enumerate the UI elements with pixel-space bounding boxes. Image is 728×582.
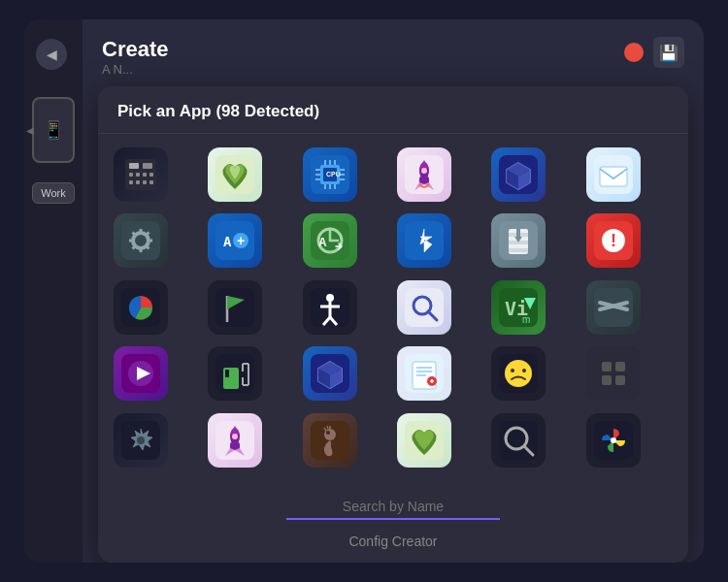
- app-icon-virtualbox[interactable]: [491, 147, 546, 202]
- svg-point-113: [511, 369, 514, 372]
- save-icon: 💾: [659, 44, 678, 62]
- app-icon-virtualbox2[interactable]: [303, 346, 357, 401]
- svg-point-121: [137, 436, 145, 444]
- app-icon-accessibility[interactable]: [303, 280, 357, 335]
- record-button[interactable]: [624, 43, 644, 62]
- app-icon-text-editor[interactable]: [397, 346, 451, 401]
- header-left: Create A N...: [102, 37, 168, 77]
- svg-point-131: [326, 431, 330, 435]
- config-creator-label: Config Creator: [348, 534, 437, 549]
- app-grid: CPU A + A: [98, 134, 688, 485]
- svg-point-34: [421, 168, 427, 174]
- svg-rect-2: [143, 163, 152, 169]
- svg-line-52: [147, 233, 149, 236]
- app-icon-rocket2[interactable]: [208, 413, 262, 468]
- app-icon-emoji[interactable]: [491, 346, 546, 401]
- back-button[interactable]: ◀: [36, 39, 67, 70]
- header: Create A N... 💾: [83, 19, 704, 86]
- app-icon-battery[interactable]: [208, 346, 262, 401]
- search-area: [98, 485, 688, 526]
- app-icon-glue[interactable]: [586, 280, 641, 335]
- app-icon-shutter[interactable]: [114, 413, 168, 468]
- svg-point-140: [611, 437, 616, 443]
- app-icon-vim[interactable]: Vi m: [491, 280, 546, 335]
- app-picker-dialog: Pick an App (98 Detected): [98, 86, 688, 563]
- svg-rect-117: [615, 362, 625, 372]
- app-icon-grid[interactable]: [586, 346, 641, 401]
- svg-line-46: [147, 246, 149, 249]
- svg-text:A: A: [318, 236, 327, 249]
- svg-rect-8: [136, 180, 140, 184]
- svg-rect-70: [215, 288, 254, 327]
- app-icon-error[interactable]: !: [586, 213, 641, 268]
- page-title: Create: [102, 37, 168, 62]
- svg-point-128: [232, 434, 238, 439]
- app-icon-keyring[interactable]: [303, 413, 357, 468]
- app-icon-search[interactable]: [397, 280, 451, 335]
- svg-text:A: A: [223, 234, 232, 249]
- dialog-footer: Config Creator: [98, 526, 688, 563]
- svg-line-48: [133, 246, 136, 249]
- svg-point-112: [505, 360, 532, 387]
- app-icon-bluetooth[interactable]: [397, 213, 451, 268]
- app-icon-piechart[interactable]: [114, 280, 168, 335]
- svg-rect-6: [149, 173, 153, 177]
- work-badge[interactable]: Work: [32, 182, 74, 204]
- save-button[interactable]: 💾: [653, 37, 684, 68]
- app-icon-cpu[interactable]: CPU: [303, 147, 357, 202]
- dialog-header: Pick an App (98 Detected): [98, 86, 688, 134]
- sidebar: ◀ 📱 Work: [24, 19, 83, 563]
- app-icon-software-props[interactable]: A +: [208, 213, 262, 268]
- svg-point-114: [522, 369, 526, 372]
- app-icon-update[interactable]: A: [303, 213, 357, 268]
- svg-rect-118: [602, 375, 612, 385]
- svg-point-44: [138, 238, 144, 243]
- svg-rect-92: [225, 370, 229, 377]
- svg-rect-7: [129, 180, 133, 184]
- app-icon-flag[interactable]: [208, 280, 262, 335]
- app-icon-settings[interactable]: [114, 213, 168, 268]
- app-icon-archive[interactable]: [491, 213, 546, 268]
- svg-text:!: !: [611, 231, 616, 250]
- svg-rect-115: [594, 354, 633, 393]
- app-icon-mail[interactable]: [586, 147, 641, 202]
- app-icon-tree2[interactable]: [397, 413, 451, 468]
- svg-rect-5: [143, 173, 147, 177]
- svg-rect-10: [149, 180, 153, 184]
- app-icon-flower[interactable]: [586, 413, 641, 468]
- app-icon-tree[interactable]: [208, 147, 262, 202]
- svg-text:CPU: CPU: [326, 171, 341, 178]
- app-icon-rocket[interactable]: [397, 147, 451, 202]
- svg-text:+: +: [237, 233, 245, 248]
- svg-rect-119: [615, 375, 625, 385]
- svg-rect-41: [600, 167, 627, 186]
- search-input[interactable]: [286, 495, 500, 520]
- app-icon-bigsearch[interactable]: [491, 413, 546, 468]
- search-wrapper: [286, 495, 500, 520]
- main-content: Create A N... 💾 Pick an App (98 Detected…: [83, 19, 704, 563]
- svg-rect-3: [129, 173, 133, 177]
- subtitle: A N...: [102, 62, 168, 77]
- app-window: ◀ 📱 Work Create A N... 💾 Pick an App (98…: [24, 19, 704, 563]
- header-right: 💾: [624, 37, 684, 68]
- app-icon-calculator[interactable]: [114, 147, 168, 202]
- svg-line-50: [133, 233, 136, 236]
- svg-line-133: [327, 426, 328, 429]
- svg-rect-4: [136, 173, 140, 177]
- svg-rect-1: [129, 163, 139, 169]
- svg-rect-116: [602, 362, 612, 372]
- svg-rect-65: [509, 248, 528, 252]
- svg-rect-9: [143, 180, 147, 184]
- svg-point-73: [326, 294, 334, 302]
- phone-preview: 📱: [32, 97, 75, 163]
- app-icon-video[interactable]: [114, 346, 168, 401]
- svg-text:m: m: [522, 314, 530, 325]
- dialog-title: Pick an App (98 Detected): [117, 102, 669, 121]
